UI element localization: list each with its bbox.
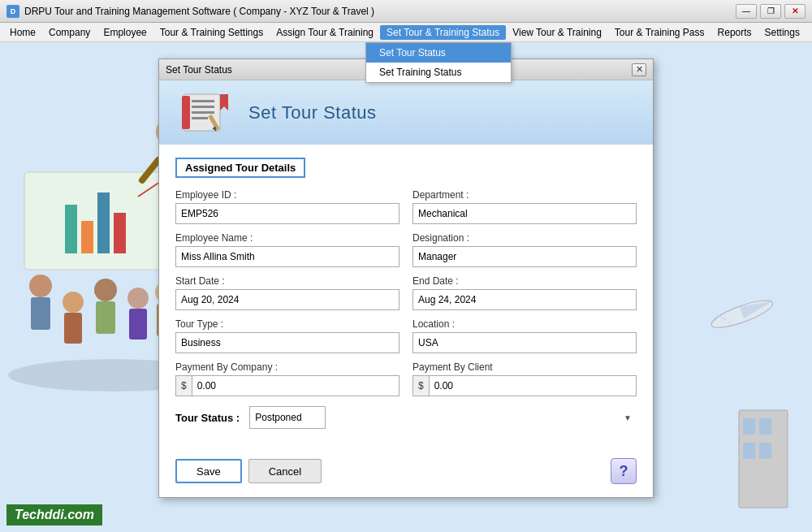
form-row-4: Tour Type : Location :	[175, 318, 637, 353]
employee-name-input[interactable]	[175, 246, 400, 267]
modal-footer: Save Cancel ?	[159, 455, 653, 497]
tour-status-select-wrapper: Postponed Completed Cancelled In Progres…	[249, 406, 637, 429]
form-row-3: Start Date : End Date :	[175, 275, 637, 310]
payment-client-label: Payment By Client	[412, 361, 637, 373]
modal-overlay: Set Tour Status ✕ Set Tour Status	[0, 42, 812, 532]
title-bar-left: D DRPU Tour and Training Management Soft…	[6, 5, 374, 18]
maximize-button[interactable]: ❐	[760, 4, 781, 19]
section-header: Assigned Tour Details	[175, 158, 305, 178]
department-group: Department :	[412, 189, 637, 224]
form-row-2: Employee Name : Designation :	[175, 232, 637, 267]
menu-help[interactable]: Help	[806, 25, 812, 40]
menu-home[interactable]: Home	[3, 25, 42, 40]
tour-status-row: Tour Status : Postponed Completed Cancel…	[175, 406, 637, 429]
payment-client-group: Payment By Client $	[412, 361, 637, 396]
app-title: DRPU Tour and Training Management Softwa…	[24, 6, 374, 17]
employee-name-label: Employee Name :	[175, 232, 400, 244]
tour-type-group: Tour Type :	[175, 318, 400, 353]
designation-input[interactable]	[412, 246, 637, 267]
menu-set-tour-status[interactable]: Set Tour & Training Status	[380, 25, 506, 40]
svg-marker-36	[220, 94, 228, 110]
svg-rect-34	[192, 111, 214, 114]
modal-body: Assigned Tour Details Employee ID : Depa…	[159, 145, 653, 455]
menu-bar: Home Company Employee Tour & Training Se…	[0, 23, 812, 42]
watermark: Techddi.com	[6, 504, 102, 526]
svg-rect-33	[192, 106, 214, 108]
help-button[interactable]: ?	[611, 458, 637, 484]
payment-client-wrapper: $	[412, 375, 637, 396]
payment-client-currency: $	[413, 376, 430, 396]
department-input[interactable]	[412, 203, 637, 224]
minimize-button[interactable]: —	[736, 4, 757, 19]
start-date-input[interactable]	[175, 289, 400, 310]
location-label: Location :	[412, 318, 637, 330]
svg-rect-32	[192, 100, 214, 102]
department-label: Department :	[412, 189, 637, 201]
tour-status-select[interactable]: Postponed Completed Cancelled In Progres…	[249, 406, 326, 429]
select-arrow-icon: ▼	[624, 413, 632, 422]
modal-header: Set Tour Status	[159, 80, 653, 145]
dropdown-set-training-status[interactable]: Set Training Status	[366, 63, 511, 82]
end-date-group: End Date :	[412, 275, 637, 310]
footer-buttons: Save Cancel	[175, 459, 322, 483]
form-row-1: Employee ID : Department :	[175, 189, 637, 224]
start-date-label: Start Date :	[175, 275, 400, 287]
window-controls: — ❐ ✕	[736, 4, 806, 19]
form-row-5: Payment By Company : $ Payment By Client…	[175, 361, 637, 396]
location-group: Location :	[412, 318, 637, 353]
modal-dialog: Set Tour Status ✕ Set Tour Status	[158, 58, 654, 498]
location-input[interactable]	[412, 332, 637, 353]
menu-company[interactable]: Company	[42, 25, 97, 40]
dropdown-menu: Set Tour Status Set Training Status	[365, 42, 512, 83]
designation-group: Designation :	[412, 232, 637, 267]
modal-title: Set Tour Status	[166, 64, 232, 76]
modal-heading: Set Tour Status	[248, 102, 377, 123]
svg-rect-31	[182, 96, 190, 129]
payment-client-input[interactable]	[430, 376, 636, 396]
menu-employee[interactable]: Employee	[97, 25, 153, 40]
tour-type-input[interactable]	[175, 332, 400, 353]
end-date-label: End Date :	[412, 275, 637, 287]
payment-company-group: Payment By Company : $	[175, 361, 400, 396]
start-date-group: Start Date :	[175, 275, 400, 310]
employee-id-group: Employee ID :	[175, 189, 400, 224]
menu-assign-tour[interactable]: Assign Tour & Training	[270, 25, 380, 40]
menu-reports[interactable]: Reports	[711, 25, 758, 40]
menu-view-tour[interactable]: View Tour & Training	[506, 25, 608, 40]
designation-label: Designation :	[412, 232, 637, 244]
cancel-button[interactable]: Cancel	[248, 459, 322, 483]
employee-id-label: Employee ID :	[175, 189, 400, 201]
employee-name-group: Employee Name :	[175, 232, 400, 267]
tour-type-label: Tour Type :	[175, 318, 400, 330]
title-bar: D DRPU Tour and Training Management Soft…	[0, 0, 812, 23]
menu-tour-training-settings[interactable]: Tour & Training Settings	[153, 25, 270, 40]
menu-tour-pass[interactable]: Tour & Training Pass	[608, 25, 711, 40]
employee-id-input[interactable]	[175, 203, 400, 224]
payment-company-input[interactable]	[192, 376, 399, 396]
save-button[interactable]: Save	[175, 459, 242, 483]
close-button[interactable]: ✕	[784, 4, 806, 19]
end-date-input[interactable]	[412, 289, 637, 310]
svg-rect-35	[192, 117, 208, 119]
payment-company-wrapper: $	[175, 375, 400, 396]
payment-company-currency: $	[176, 376, 192, 396]
payment-company-label: Payment By Company :	[175, 361, 400, 373]
tour-status-label: Tour Status :	[175, 412, 240, 424]
modal-close-button[interactable]: ✕	[632, 63, 646, 76]
dropdown-set-tour-status[interactable]: Set Tour Status	[366, 43, 511, 63]
app-icon: D	[6, 5, 19, 18]
notebook-icon	[175, 90, 232, 135]
menu-settings[interactable]: Settings	[758, 25, 806, 40]
